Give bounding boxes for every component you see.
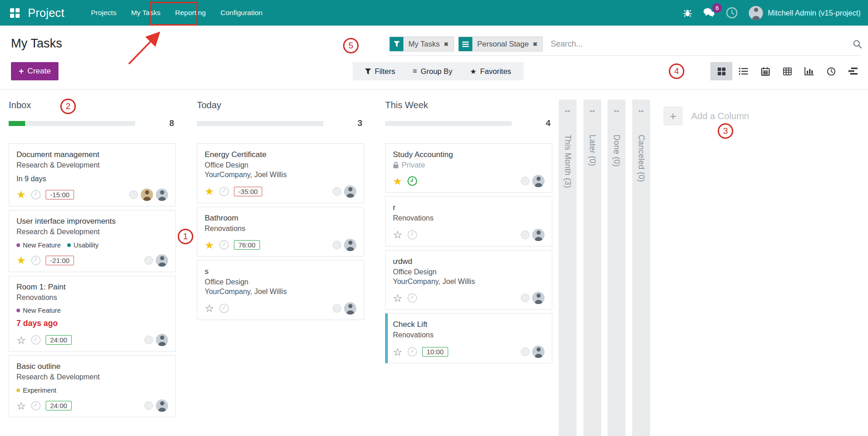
column-progress-bar[interactable] xyxy=(9,121,135,126)
column-progress-bar[interactable] xyxy=(385,121,512,126)
task-card[interactable]: User interface improvements Research & D… xyxy=(9,210,176,272)
kanban-column-today: Today 3 Energy Certificate Office Design… xyxy=(197,90,364,436)
activity-clock-icon[interactable] xyxy=(408,347,417,357)
folded-column-label: This Month (3) xyxy=(563,135,572,188)
task-card-highlighted[interactable]: Check Lift Renovations ☆ 10:00 xyxy=(385,313,552,363)
activity-clock-icon[interactable] xyxy=(408,230,417,240)
apps-menu-icon[interactable] xyxy=(10,8,20,18)
star-icon[interactable]: ☆ xyxy=(16,336,26,345)
task-card[interactable]: Basic outline Research & Development Exp… xyxy=(9,355,176,417)
assignee-avatar[interactable] xyxy=(532,175,545,187)
search-facet-personal-stage[interactable]: Personal Stage ✖ xyxy=(458,37,543,52)
activity-clock-icon[interactable] xyxy=(408,293,417,303)
search-facet-my-tasks[interactable]: My Tasks ✖ xyxy=(389,37,454,52)
kanban-state-icon[interactable] xyxy=(144,401,153,410)
kanban-state-icon[interactable] xyxy=(521,294,529,302)
view-list-button[interactable] xyxy=(732,62,754,80)
view-gantt-button[interactable] xyxy=(842,62,864,80)
star-icon[interactable]: ☆ xyxy=(393,347,402,357)
assignee-avatar[interactable] xyxy=(141,189,153,201)
search-input[interactable] xyxy=(547,39,853,49)
folded-column-canceled[interactable]: ↔ Canceled (0) xyxy=(632,100,650,436)
task-title: s xyxy=(205,267,356,276)
assignee-avatar[interactable] xyxy=(156,399,168,412)
facet-remove-icon[interactable]: ✖ xyxy=(444,41,448,47)
search-icon[interactable] xyxy=(853,40,862,48)
star-icon[interactable]: ★ xyxy=(205,241,214,250)
activity-clock-icon[interactable] xyxy=(31,190,41,200)
star-icon[interactable]: ★ xyxy=(205,187,214,196)
star-icon[interactable]: ★ xyxy=(393,177,402,186)
activity-clock-icon[interactable] xyxy=(219,240,229,250)
task-card[interactable]: Energy Certificate Office Design YourCom… xyxy=(197,143,364,203)
tag-label: New Feature xyxy=(23,242,61,249)
kanban-state-icon[interactable] xyxy=(333,241,341,249)
create-button[interactable]: + Create xyxy=(11,62,58,80)
star-icon[interactable]: ☆ xyxy=(393,230,402,239)
group-by-button[interactable]: ≡ Group By xyxy=(413,67,452,76)
nav-item-projects[interactable]: Projects xyxy=(84,0,124,26)
debug-bug-icon[interactable] xyxy=(683,8,692,17)
activity-clock-icon[interactable] xyxy=(31,256,41,265)
kanban-state-icon[interactable] xyxy=(144,256,153,265)
star-icon[interactable]: ★ xyxy=(16,256,26,265)
activities-clock-icon[interactable] xyxy=(726,7,738,19)
nav-item-reporting[interactable]: Reporting xyxy=(168,0,213,26)
task-card[interactable]: ưdwd Office Design YourCompany, Joel Wil… xyxy=(385,250,552,310)
star-icon[interactable]: ☆ xyxy=(16,401,26,410)
facet-remove-icon[interactable]: ✖ xyxy=(533,41,537,47)
star-icon[interactable]: ★ xyxy=(16,190,26,199)
kanban-state-icon[interactable] xyxy=(333,304,341,313)
activity-clock-icon-scheduled[interactable] xyxy=(408,176,417,186)
messages-icon[interactable]: 6 xyxy=(703,7,715,18)
task-card[interactable]: Document management Research & Developme… xyxy=(9,143,176,206)
assignee-avatar[interactable] xyxy=(156,189,168,201)
nav-item-configuration[interactable]: Configuration xyxy=(213,0,270,26)
add-column-button[interactable]: + xyxy=(663,106,683,126)
view-pivot-button[interactable] xyxy=(776,62,798,80)
task-card[interactable]: Room 1: Paint Renovations New Feature 7 … xyxy=(9,276,176,352)
search-bar[interactable]: My Tasks ✖ Personal Stage ✖ xyxy=(389,35,862,56)
activity-clock-icon[interactable] xyxy=(31,401,41,410)
kanban-state-icon[interactable] xyxy=(521,347,529,356)
hours-badge: -35:00 xyxy=(234,187,263,196)
assignee-avatar[interactable] xyxy=(344,239,356,251)
view-graph-button[interactable] xyxy=(798,62,820,80)
assignee-avatar[interactable] xyxy=(156,334,168,346)
add-column-label[interactable]: Add a Column xyxy=(691,111,749,121)
view-kanban-button[interactable] xyxy=(710,62,732,80)
kanban-state-icon[interactable] xyxy=(333,187,341,196)
activity-clock-icon[interactable] xyxy=(219,304,229,313)
folded-column-this-month[interactable]: ↔ This Month (3) xyxy=(559,100,577,436)
assignee-avatar[interactable] xyxy=(344,302,356,315)
assignee-avatar[interactable] xyxy=(532,292,545,304)
task-title: Document management xyxy=(16,150,168,159)
folded-column-later[interactable]: ↔ Later (0) xyxy=(583,100,601,436)
activity-clock-icon[interactable] xyxy=(219,187,229,196)
assignee-avatar[interactable] xyxy=(532,346,545,358)
task-card[interactable]: r Renovations ☆ xyxy=(385,196,552,247)
view-calendar-button[interactable] xyxy=(754,62,776,80)
assignee-avatar[interactable] xyxy=(156,254,168,267)
favorites-button[interactable]: ★ Favorites xyxy=(470,67,511,76)
assignee-avatar[interactable] xyxy=(532,229,545,241)
user-menu[interactable]: Mitchell Admin (v15-project) xyxy=(749,6,861,20)
kanban-state-icon[interactable] xyxy=(129,190,138,199)
kanban-state-icon[interactable] xyxy=(521,231,529,239)
folded-column-done[interactable]: ↔ Done (0) xyxy=(608,100,625,436)
activity-clock-icon[interactable] xyxy=(31,335,41,345)
star-icon[interactable]: ☆ xyxy=(205,304,214,313)
column-progress-bar[interactable] xyxy=(197,121,323,126)
kanban-state-icon[interactable] xyxy=(144,336,153,344)
view-activity-button[interactable] xyxy=(820,62,842,80)
filters-button[interactable]: Filters xyxy=(365,67,395,76)
kanban-state-icon[interactable] xyxy=(521,177,529,185)
assignee-avatar[interactable] xyxy=(344,185,356,198)
top-navbar: Project Projects My Tasks Reporting Conf… xyxy=(0,0,868,26)
nav-item-my-tasks[interactable]: My Tasks xyxy=(124,0,168,26)
task-card[interactable]: Bathroom Renovations ★ 76:00 xyxy=(197,207,364,257)
user-avatar[interactable] xyxy=(749,6,763,20)
task-card[interactable]: Study Accounting Private ★ xyxy=(385,143,552,193)
task-card[interactable]: s Office Design YourCompany, Joel Willis… xyxy=(197,260,364,320)
star-icon[interactable]: ☆ xyxy=(393,294,402,303)
